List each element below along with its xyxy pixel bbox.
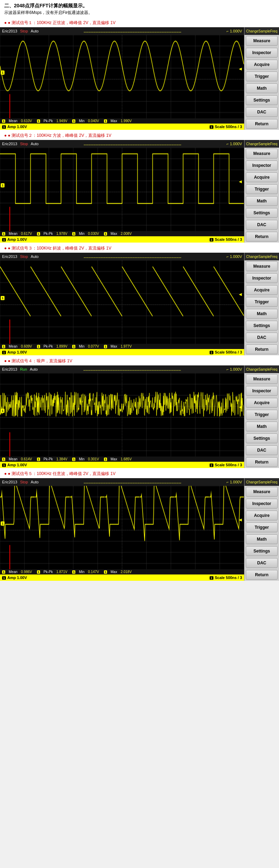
arrow-marker-1: ◄ (238, 179, 243, 184)
sidebar-btn-measure-4[interactable]: Measure (246, 487, 278, 497)
osc-statusbar-2: 1Amp 1.00V1Scale 500ns / 3 (0, 349, 244, 355)
stats-bar-1: 1Mean0.617V1Pk-Pk1.978V1Min0.030V1Max2.0… (0, 231, 244, 236)
stats-bar-4: 1Mean0.986V1Pk-Pk1.871V1Min0.147V1Max2.0… (0, 569, 244, 574)
sidebar-btn-measure-1[interactable]: Measure (246, 149, 278, 158)
osc-status-1: Stop (20, 142, 28, 146)
sidebar-btn-dac-4[interactable]: DAC (246, 558, 278, 568)
section-label-2: ● 测试信号３：100KHz 斜波，峰峰值 2V，直流偏移 1V (0, 244, 279, 253)
osc-topbar-4: Eric2013StopAuto⎽⎽⎽⎽⎽⎽⎽⎽⎽⎽⎽⎽⎽⎽⎽⎽⎽⎽⎽⎽⎽⎽⎽⎽… (0, 478, 244, 486)
amp-display-0: 1Amp 1.00V (2, 125, 27, 129)
sidebar-btn-acquire-4[interactable]: Acquire (246, 511, 278, 520)
sidebar-btn-trigger-3[interactable]: Trigger (246, 410, 278, 420)
sidebar-btn-acquire-1[interactable]: Acquire (246, 172, 278, 182)
sidebar-btn-inspector-2[interactable]: Inspector (246, 273, 278, 283)
sidebar-btn-settings-2[interactable]: Settings (246, 321, 278, 331)
sidebar-btn-return-0[interactable]: Return (246, 119, 278, 129)
sidebar-btn-return-3[interactable]: Return (246, 457, 278, 467)
osc-mode-3: Auto (30, 367, 38, 371)
scale-display-2: 1Scale 500ns / 3 (210, 350, 242, 354)
osc-mode-0: Auto (31, 29, 39, 33)
sidebar-header-4: ChangeSampleFreq (244, 478, 279, 486)
wave-canvas-2 (0, 260, 244, 349)
scale-display-4: 1Scale 500ns / 3 (210, 576, 242, 580)
sidebar-btn-return-4[interactable]: Return (246, 570, 278, 580)
sidebar-btn-return-1[interactable]: Return (246, 232, 278, 242)
osc-panel-1: ● 测试信号２：100KHz 方波，峰峰值 2V，直流偏移 1VEric2013… (0, 131, 279, 243)
sidebar-btn-inspector-0[interactable]: Inspector (246, 48, 278, 58)
sidebar-btn-trigger-4[interactable]: Trigger (246, 522, 278, 532)
osc-status-3: Run (20, 367, 27, 371)
page-title: 二、2048点浮点FFT计算的幅频显示。 (4, 3, 275, 9)
osc-statusbar-0: 1Amp 1.00V1Scale 500ns / 3 (0, 124, 244, 130)
sidebar-btn-math-2[interactable]: Math (246, 309, 278, 319)
ch-marker-0: 1 (1, 71, 5, 75)
stats-bar-0: 1Mean0.610V1Pk-Pk1.949V1Min0.040V1Max1.9… (0, 118, 244, 124)
trigger-level-2: ⌐ 1.000V (227, 254, 242, 259)
osc-panel-3: ● 测试信号４：噪声，直流偏移 1VEric2013RunAuto⎽⎽⎽⎽⎽⎽⎽… (0, 357, 279, 468)
sidebar-btn-settings-4[interactable]: Settings (246, 546, 278, 556)
sidebar-btn-inspector-1[interactable]: Inspector (246, 161, 278, 170)
sidebar-btn-settings-1[interactable]: Settings (246, 208, 278, 218)
amp-display-2: 1Amp 1.00V (2, 350, 27, 354)
ch-marker-1: 1 (1, 183, 5, 187)
ch-marker-4: 1 (1, 521, 5, 526)
sidebar-header-0: ChangeSampleFreq (244, 27, 279, 35)
osc-panel-0: ● 测试信号１：100KHz 正弦波，峰峰值 2V，直流偏移 1VEric201… (0, 18, 279, 130)
osc-topbar-2: Eric2013StopAuto⎽⎽⎽⎽⎽⎽⎽⎽⎽⎽⎽⎽⎽⎽⎽⎽⎽⎽⎽⎽⎽⎽⎽⎽… (0, 253, 244, 260)
osc-mode-4: Auto (31, 480, 39, 484)
section-label-0: ● 测试信号１：100KHz 正弦波，峰峰值 2V，直流偏移 1V (0, 18, 279, 27)
ch-marker-3: 1 (1, 409, 5, 413)
page-header: 二、2048点浮点FFT计算的幅频显示。 示波器采样率6Msps，没有开启Fir… (0, 0, 279, 18)
osc-screen-4: 1◄1Mean0.986V1Pk-Pk1.871V1Min0.147V1Max2… (0, 486, 244, 574)
sidebar-header-3: ChangeSampleFreq (244, 365, 279, 373)
amp-display-3: 1Amp 1.00V (2, 463, 27, 467)
osc-sidebar-1: ChangeSampleFreqMeasureInspectorAcquireT… (244, 140, 279, 243)
section-label-3: ● 测试信号４：噪声，直流偏移 1V (0, 357, 279, 365)
sidebar-btn-math-0[interactable]: Math (246, 83, 278, 93)
arrow-marker-0: ◄ (238, 66, 243, 72)
page-subtitle: 示波器采样率6Msps，没有开启Fir低通滤波器。 (4, 10, 275, 16)
osc-mode-2: Auto (31, 254, 39, 259)
osc-name-1: Eric2013 (2, 142, 17, 146)
sidebar-btn-inspector-4[interactable]: Inspector (246, 499, 278, 509)
sidebar-btn-settings-0[interactable]: Settings (246, 95, 278, 105)
osc-status-4: Stop (20, 480, 28, 484)
sidebar-btn-dac-1[interactable]: DAC (246, 220, 278, 230)
sidebar-btn-math-4[interactable]: Math (246, 534, 278, 544)
sidebar-btn-return-2[interactable]: Return (246, 344, 278, 354)
sidebar-btn-acquire-0[interactable]: Acquire (246, 60, 278, 69)
sidebar-btn-measure-2[interactable]: Measure (246, 261, 278, 271)
osc-screen-1: 1◄1Mean0.617V1Pk-Pk1.978V1Min0.030V1Max2… (0, 148, 244, 236)
sidebar-btn-trigger-2[interactable]: Trigger (246, 297, 278, 307)
sidebar-btn-measure-0[interactable]: Measure (246, 36, 278, 46)
sidebar-btn-measure-3[interactable]: Measure (246, 374, 278, 384)
osc-topbar-3: Eric2013RunAuto⎽⎽⎽⎽⎽⎽⎽⎽⎽⎽⎽⎽⎽⎽⎽⎽⎽⎽⎽⎽⎽⎽⎽⎽⎽… (0, 365, 244, 373)
osc-screen-2: 1◄1Mean0.609V1Pk-Pk1.899V1Min0.077V1Max1… (0, 260, 244, 349)
trigger-level-1: ⌐ 1.000V (227, 142, 242, 146)
osc-statusbar-4: 1Amp 1.00V1Scale 500ns / 3 (0, 574, 244, 581)
arrow-marker-2: ◄ (238, 291, 243, 297)
sidebar-btn-acquire-2[interactable]: Acquire (246, 285, 278, 295)
sidebar-btn-trigger-1[interactable]: Trigger (246, 184, 278, 194)
sidebar-btn-settings-3[interactable]: Settings (246, 433, 278, 443)
sidebar-btn-dac-2[interactable]: DAC (246, 333, 278, 342)
osc-name-4: Eric2013 (2, 480, 17, 484)
sidebar-btn-trigger-0[interactable]: Trigger (246, 72, 278, 81)
osc-topbar-1: Eric2013StopAuto⎽⎽⎽⎽⎽⎽⎽⎽⎽⎽⎽⎽⎽⎽⎽⎽⎽⎽⎽⎽⎽⎽⎽⎽… (0, 140, 244, 148)
osc-panel-4: ● 测试信号５：100KHz 任意波，峰峰值 2V，直流偏移 1VEric201… (0, 469, 279, 581)
sidebar-btn-acquire-3[interactable]: Acquire (246, 398, 278, 408)
osc-name-2: Eric2013 (2, 254, 17, 259)
osc-sidebar-2: ChangeSampleFreqMeasureInspectorAcquireT… (244, 253, 279, 355)
sidebar-btn-inspector-3[interactable]: Inspector (246, 386, 278, 396)
arrow-marker-4: ◄ (238, 517, 243, 522)
sidebar-btn-math-1[interactable]: Math (246, 196, 278, 206)
trigger-level-4: ⌐ 1.000V (227, 480, 242, 484)
stats-bar-3: 1Mean0.614V1Pk-Pk1.384V1Min0.301V1Max1.6… (0, 457, 244, 462)
sidebar-btn-dac-0[interactable]: DAC (246, 107, 278, 117)
scale-display-1: 1Scale 500ns / 3 (210, 237, 242, 242)
osc-name-3: Eric2013 (2, 367, 17, 371)
trigger-line-2: ⎽⎽⎽⎽⎽⎽⎽⎽⎽⎽⎽⎽⎽⎽⎽⎽⎽⎽⎽⎽⎽⎽⎽⎽⎽⎽⎽⎽⎽⎽⎽⎽⎽⎽⎽⎽⎽⎽⎽⎽ (84, 254, 181, 259)
osc-topbar-0: Eric2013StopAuto⎽⎽⎽⎽⎽⎽⎽⎽⎽⎽⎽⎽⎽⎽⎽⎽⎽⎽⎽⎽⎽⎽⎽⎽… (0, 27, 244, 35)
sidebar-btn-dac-3[interactable]: DAC (246, 445, 278, 455)
sidebar-btn-math-3[interactable]: Math (246, 422, 278, 431)
